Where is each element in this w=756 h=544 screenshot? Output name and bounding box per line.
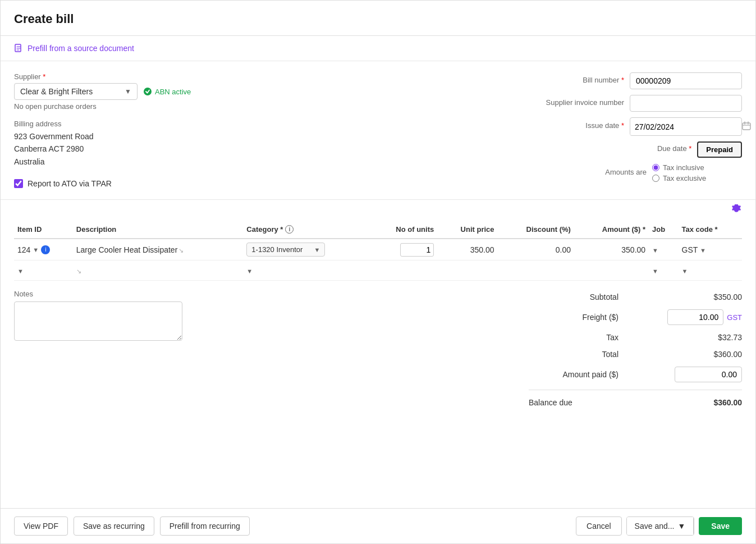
col-unit-price: Unit price xyxy=(437,221,497,239)
freight-row: Freight ($) GST xyxy=(529,307,742,328)
save-button[interactable]: Save xyxy=(699,517,742,535)
due-date-label: Due date xyxy=(602,144,691,153)
tax-label: Tax xyxy=(529,333,618,342)
units-input[interactable] xyxy=(400,243,434,257)
check-circle-icon xyxy=(143,87,152,96)
tax-value: $32.73 xyxy=(718,333,742,342)
notes-textarea[interactable] xyxy=(14,301,182,341)
category-chevron-icon: ▼ xyxy=(314,246,320,253)
supplier-dropdown[interactable]: Clear & Bright Filters ▼ xyxy=(14,83,138,100)
table-row: 124 ▼ i Large Cooler Heat Dissipater ↘ xyxy=(14,239,742,260)
amount-paid-label: Amount paid ($) xyxy=(529,370,618,379)
freight-label: Freight ($) xyxy=(529,313,618,322)
subtotal-value: $350.00 xyxy=(713,292,742,301)
category-cell: 1-1320 Inventor ▼ xyxy=(243,239,370,260)
item-id-chevron-icon[interactable]: ▼ xyxy=(33,246,39,253)
save-and-button[interactable]: Save and... ▼ xyxy=(627,517,694,535)
empty-resize-icon: ↘ xyxy=(76,268,81,275)
tpar-checkbox[interactable] xyxy=(14,179,23,188)
total-value: $360.00 xyxy=(713,350,742,359)
totals-section: Subtotal $350.00 Freight ($) GST Tax $32… xyxy=(529,290,742,410)
category-dropdown[interactable]: 1-1320 Inventor ▼ xyxy=(246,243,325,257)
tax-inclusive-radio[interactable] xyxy=(652,164,659,171)
footer-left: View PDF Save as recurring Prefill from … xyxy=(14,516,250,536)
supplier-invoice-input[interactable] xyxy=(630,95,742,112)
item-id-cell: 124 ▼ i xyxy=(14,239,73,260)
prefill-source-link[interactable]: Prefill from a source document xyxy=(14,44,742,53)
resize-handle-icon: ↘ xyxy=(178,247,184,254)
col-item-id: Item ID xyxy=(14,221,73,239)
issue-date-wrapper xyxy=(630,117,742,136)
subtotal-row: Subtotal $350.00 xyxy=(529,290,742,304)
tax-exclusive-option[interactable]: Tax exclusive xyxy=(652,174,742,182)
svg-rect-2 xyxy=(743,123,750,130)
empty-job-chevron-icon[interactable]: ▼ xyxy=(652,268,658,275)
freight-input[interactable] xyxy=(667,309,723,325)
tax-row: Tax $32.73 xyxy=(529,330,742,345)
discount-cell: 0.00 xyxy=(498,239,574,260)
document-icon xyxy=(14,44,23,53)
empty-units xyxy=(370,260,437,281)
empty-description: ↘ xyxy=(73,260,244,281)
supplier-label: Supplier xyxy=(14,72,372,81)
col-job: Job xyxy=(649,221,678,239)
tax-code-chevron-icon[interactable]: ▼ xyxy=(700,247,706,254)
prepaid-button[interactable]: Prepaid xyxy=(697,141,742,158)
col-tax-code: Tax code * xyxy=(679,221,743,239)
category-info-icon[interactable]: i xyxy=(285,225,294,234)
issue-date-label: Issue date xyxy=(534,121,624,130)
issue-date-input[interactable] xyxy=(630,119,737,135)
balance-due-value: $360.00 xyxy=(713,398,742,407)
footer: View PDF Save as recurring Prefill from … xyxy=(1,508,755,543)
amounts-radio-group: Tax inclusive Tax exclusive xyxy=(652,163,742,182)
notes-label: Notes xyxy=(14,290,515,298)
total-label: Total xyxy=(529,350,618,359)
empty-chevron-icon[interactable]: ▼ xyxy=(17,268,24,275)
amount-paid-input[interactable] xyxy=(675,367,742,382)
job-cell: ▼ xyxy=(649,239,678,260)
col-category: Category * i xyxy=(243,221,370,239)
col-discount: Discount (%) xyxy=(498,221,574,239)
empty-amount xyxy=(574,260,649,281)
settings-gear-icon[interactable] xyxy=(731,204,742,218)
empty-job: ▼ xyxy=(649,260,678,281)
billing-address-label: Billing address xyxy=(14,120,372,128)
empty-tax-chevron-icon[interactable]: ▼ xyxy=(682,268,688,275)
amount-cell: 350.00 xyxy=(574,239,649,260)
page-title: Create bill xyxy=(14,12,742,26)
calendar-icon[interactable] xyxy=(737,118,755,135)
empty-cat-chevron-icon[interactable]: ▼ xyxy=(246,268,253,275)
balance-due-row: Balance due $360.00 xyxy=(529,395,742,410)
save-and-chevron-icon: ▼ xyxy=(677,522,685,531)
abn-status-badge: ABN active xyxy=(143,87,191,96)
cancel-button[interactable]: Cancel xyxy=(576,516,622,536)
unit-price-cell: 350.00 xyxy=(437,239,497,260)
freight-gst-badge: GST xyxy=(727,313,742,322)
tax-inclusive-option[interactable]: Tax inclusive xyxy=(652,163,742,172)
freight-input-wrap: GST xyxy=(667,309,742,325)
view-pdf-button[interactable]: View PDF xyxy=(14,516,68,536)
amounts-are-label: Amounts are xyxy=(557,168,647,176)
units-cell[interactable] xyxy=(370,239,437,260)
supplier-invoice-label: Supplier invoice number xyxy=(534,98,624,107)
col-units: No of units xyxy=(370,221,437,239)
empty-discount xyxy=(498,260,574,281)
empty-tax: ▼ xyxy=(679,260,743,281)
empty-price xyxy=(437,260,497,281)
bill-number-input[interactable] xyxy=(630,72,742,89)
supplier-chevron-icon: ▼ xyxy=(125,88,131,95)
total-row: Total $360.00 xyxy=(529,347,742,362)
totals-divider xyxy=(529,390,742,390)
job-chevron-icon[interactable]: ▼ xyxy=(652,247,658,254)
line-items-table: Item ID Description Category * i No of u… xyxy=(14,221,742,281)
description-cell: Large Cooler Heat Dissipater ↘ xyxy=(73,239,244,260)
save-recurring-button[interactable]: Save as recurring xyxy=(74,516,154,536)
save-and-group: Save and... ▼ xyxy=(626,516,695,536)
svg-point-1 xyxy=(144,88,152,95)
subtotal-label: Subtotal xyxy=(529,292,618,301)
prefill-recurring-button[interactable]: Prefill from recurring xyxy=(160,516,250,536)
col-amount: Amount ($) * xyxy=(574,221,649,239)
tax-exclusive-radio[interactable] xyxy=(652,175,659,182)
tpar-label: Report to ATO via TPAR xyxy=(28,179,112,188)
item-info-icon[interactable]: i xyxy=(41,245,50,254)
